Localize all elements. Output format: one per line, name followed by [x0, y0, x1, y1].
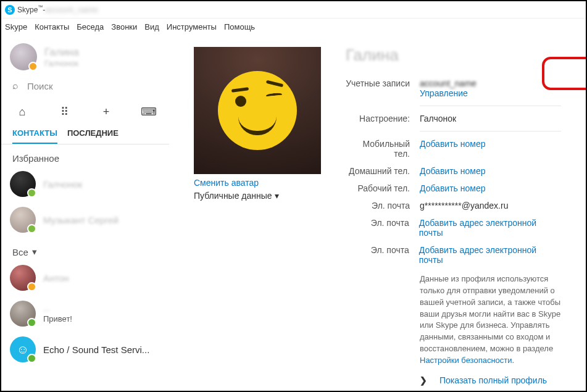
- status-online-icon: [27, 188, 36, 198]
- menu-calls[interactable]: Звонки: [111, 22, 137, 31]
- accounts-value: account_name: [420, 78, 477, 88]
- contact-name: Галчонок: [43, 179, 82, 190]
- search-placeholder: Поиск: [27, 81, 53, 91]
- security-settings-link[interactable]: Настройки безопасности: [420, 356, 512, 365]
- menu-view[interactable]: Вид: [144, 22, 159, 31]
- add-contact-icon[interactable]: +: [99, 106, 114, 119]
- status-online-icon: [27, 354, 36, 363]
- sidebar-toolbar: ⌂ ⠿ + ⌨: [1, 96, 169, 125]
- app-name: Skype: [17, 6, 38, 14]
- contact-row[interactable]: Антон: [1, 260, 169, 296]
- me-mood: Галчонок: [44, 59, 79, 68]
- email-value: g***********@yandex.ru: [420, 201, 508, 211]
- add-mobile-link[interactable]: Добавить номер: [420, 139, 485, 149]
- contact-name: Echo / Sound Test Servi...: [43, 344, 149, 355]
- change-avatar-link[interactable]: Сменить аватар: [194, 178, 259, 188]
- home-icon[interactable]: ⌂: [15, 106, 30, 119]
- status-online-icon: [27, 224, 36, 233]
- label-email2: Эл. почта: [346, 218, 409, 228]
- label-mood: Настроение:: [346, 114, 410, 123]
- tab-recent[interactable]: ПОСЛЕДНИЕ: [67, 128, 119, 144]
- tm-mark: ™: [38, 4, 43, 10]
- me-row[interactable]: Галина Галчонок: [1, 35, 169, 75]
- add-email-link-2[interactable]: Добавить адрес электронной почты: [419, 245, 561, 265]
- title-username: account_name: [45, 5, 98, 14]
- window-titlebar: S Skype™ - account_name: [1, 1, 586, 19]
- add-email-link[interactable]: Добавить адрес электронной почты: [419, 218, 561, 238]
- tab-contacts[interactable]: КОНТАКТЫ: [12, 128, 57, 144]
- section-all[interactable]: Все ▾: [1, 238, 169, 260]
- manage-account-link[interactable]: Управление: [420, 88, 477, 98]
- chevron-down-icon: ▾: [275, 191, 279, 201]
- profile-panel: Сменить аватар Публичные данные ▾ Галина…: [169, 35, 586, 391]
- label-email: Эл. почта: [346, 201, 410, 211]
- search-icon: ⌕: [12, 80, 19, 91]
- chevron-down-icon: ▾: [32, 246, 37, 257]
- status-away-icon: [28, 62, 38, 71]
- add-work-link[interactable]: Добавить номер: [420, 183, 485, 193]
- status-away-icon: [27, 282, 36, 291]
- menu-contacts[interactable]: Контакты: [35, 22, 69, 31]
- profile-help-text: Данные из профиля используются только дл…: [420, 273, 561, 367]
- label-email3: Эл. почта: [346, 245, 409, 255]
- contact-row[interactable]: ... Привет!: [1, 296, 169, 332]
- menu-conversation[interactable]: Беседа: [77, 22, 104, 31]
- menu-skype[interactable]: Skype: [5, 22, 27, 31]
- me-display-name: Галина: [44, 46, 79, 59]
- label-work: Рабочий тел.: [346, 183, 410, 193]
- skype-logo-icon: S: [5, 5, 15, 15]
- bot-icon[interactable]: ⌨: [141, 105, 156, 119]
- label-accounts: Учетные записи: [346, 78, 410, 88]
- menu-bar: Skype Контакты Беседа Звонки Вид Инструм…: [1, 19, 586, 35]
- search-row[interactable]: ⌕ Поиск: [1, 75, 169, 96]
- show-full-profile-link[interactable]: Показать полный профиль: [439, 375, 547, 385]
- contact-last-message: Привет!: [43, 313, 72, 323]
- label-mobile: Мобильный тел.: [346, 139, 410, 159]
- contact-row[interactable]: Музыкант Сергей: [1, 202, 169, 238]
- label-home: Домашний тел.: [346, 166, 410, 176]
- menu-tools[interactable]: Инструменты: [167, 22, 217, 31]
- contact-name: ...: [43, 304, 72, 313]
- status-online-icon: [27, 318, 36, 327]
- chevron-right-icon: ❯: [420, 375, 427, 385]
- dialpad-icon[interactable]: ⠿: [57, 105, 72, 119]
- contact-name: Антон: [43, 273, 69, 283]
- me-avatar[interactable]: [10, 43, 37, 70]
- menu-help[interactable]: Помощь: [224, 22, 255, 31]
- sidebar-tabs: КОНТАКТЫ ПОСЛЕДНИЕ: [1, 125, 169, 144]
- public-data-dropdown[interactable]: Публичные данные ▾: [194, 191, 279, 201]
- section-favorites[interactable]: Избранное: [1, 144, 169, 166]
- mood-value[interactable]: Галчонок: [420, 114, 456, 123]
- contact-row[interactable]: Галчонок: [1, 166, 169, 202]
- profile-avatar-image[interactable]: [194, 47, 321, 174]
- contact-row[interactable]: ☺ Echo / Sound Test Servi...: [1, 332, 169, 367]
- add-home-link[interactable]: Добавить номер: [420, 166, 485, 176]
- profile-display-name: Галина: [346, 46, 561, 65]
- contact-name: Музыкант Сергей: [43, 215, 119, 225]
- sidebar: Галина Галчонок ⌕ Поиск ⌂ ⠿ + ⌨ КОНТАКТЫ…: [1, 35, 169, 391]
